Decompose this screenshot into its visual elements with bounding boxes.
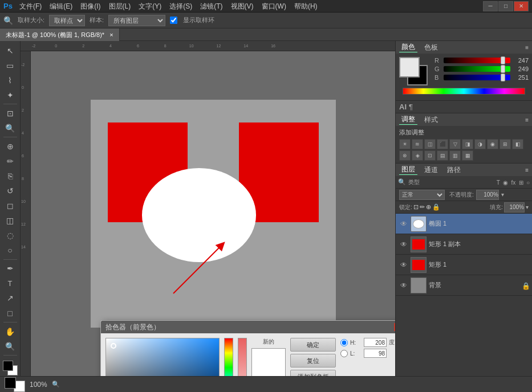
filter-icon-1[interactable]: T	[497, 179, 500, 186]
l-radio[interactable]	[340, 350, 348, 357]
menu-filter[interactable]: 滤镜(T)	[197, 0, 226, 13]
pen-tool[interactable]: ✒	[2, 262, 19, 276]
menu-help[interactable]: 帮助(H)	[291, 0, 321, 13]
sample-select[interactable]: 所有图层	[108, 15, 165, 26]
filter-icon-4[interactable]: ⊞	[519, 179, 523, 186]
hand-tool[interactable]: ✋	[2, 324, 19, 338]
layers-tab[interactable]: 图层	[399, 165, 417, 175]
status-fg[interactable]	[5, 377, 16, 389]
filter-icon-3[interactable]: fx	[511, 179, 515, 186]
b-slider[interactable]	[444, 75, 510, 80]
lock-transparent-icon[interactable]: ⊡	[413, 203, 419, 211]
lock-all-icon[interactable]: 🔒	[432, 203, 440, 211]
gradient-tool[interactable]: ◫	[2, 214, 19, 228]
h-input[interactable]	[364, 338, 387, 347]
reset-button[interactable]: 复位	[290, 354, 336, 368]
blur-tool[interactable]: ◌	[2, 228, 19, 243]
opacity-arrow[interactable]: ▾	[501, 191, 504, 198]
layer-eye-ellipse[interactable]: 👁	[399, 219, 408, 228]
clone-stamp-tool[interactable]: ⎘	[2, 169, 19, 183]
color-field[interactable]	[105, 338, 220, 376]
brush-tool[interactable]: ✏	[2, 154, 19, 168]
close-button[interactable]: ✕	[514, 1, 529, 11]
adjustments-tab[interactable]: 调整	[399, 115, 417, 125]
layer-item-rect-copy[interactable]: 👁 矩形 1 副本	[396, 234, 532, 255]
menu-layer[interactable]: 图层(L)	[105, 0, 135, 13]
h-radio[interactable]	[340, 339, 348, 346]
eraser-tool[interactable]: ◻	[2, 199, 19, 213]
filter-toggle[interactable]: ○	[526, 179, 530, 186]
menu-type[interactable]: 文字(Y)	[135, 0, 165, 13]
paths-tab[interactable]: 路径	[445, 165, 463, 175]
document-tab-close[interactable]: ×	[109, 31, 113, 38]
layers-panel-menu[interactable]: ≡	[525, 167, 529, 173]
styles-tab[interactable]: 样式	[422, 115, 440, 125]
menu-view[interactable]: 视图(V)	[228, 0, 257, 13]
fg-bg-color[interactable]	[2, 360, 19, 376]
history-brush-tool[interactable]: ↺	[2, 184, 19, 198]
lasso-tool[interactable]: ⌇	[2, 73, 19, 87]
adj-posterize[interactable]: ⊡	[424, 150, 436, 161]
path-selection-tool[interactable]: ↗	[2, 291, 19, 305]
adj-curves[interactable]: ◫	[424, 139, 436, 149]
layer-eye-background[interactable]: 👁	[399, 281, 408, 290]
layer-eye-rect-copy[interactable]: 👁	[399, 240, 408, 249]
adj-panel-menu[interactable]: ≡	[525, 117, 529, 123]
g-thumb[interactable]	[501, 65, 505, 73]
menu-image[interactable]: 图像(I)	[77, 0, 104, 13]
filter-icon-2[interactable]: ◉	[503, 179, 508, 186]
adj-brightness[interactable]: ☀	[399, 139, 411, 149]
fill-input[interactable]	[504, 202, 525, 213]
move-tool[interactable]: ↖	[2, 43, 19, 58]
adj-channel-mixer[interactable]: ◧	[512, 139, 523, 149]
r-slider[interactable]	[444, 58, 510, 63]
layer-item-background[interactable]: 👁 背景 🔒	[396, 275, 532, 296]
alpha-strip[interactable]	[238, 338, 247, 376]
adj-hue[interactable]: ◨	[462, 139, 473, 149]
magic-wand-tool[interactable]: ✦	[2, 88, 19, 102]
layer-eye-rect[interactable]: 👁	[399, 260, 408, 270]
sample-size-select[interactable]: 取样点	[49, 15, 85, 26]
minimize-button[interactable]: ─	[483, 1, 498, 11]
spot-healing-tool[interactable]: ⊕	[2, 139, 19, 153]
adj-selective-color[interactable]: ▦	[462, 150, 473, 161]
crop-tool[interactable]: ⊡	[2, 106, 19, 120]
color-tab[interactable]: 颜色	[399, 42, 417, 52]
adj-exposure[interactable]: ⬛	[437, 139, 448, 149]
hue-strip[interactable]	[224, 338, 233, 376]
add-to-swatches-button[interactable]: 添加到色板	[290, 370, 336, 376]
dodge-tool[interactable]: ○	[2, 243, 19, 258]
adj-color-balance[interactable]: ◑	[474, 139, 486, 149]
confirm-button[interactable]: 确定	[290, 338, 336, 352]
g-slider[interactable]	[444, 66, 510, 72]
eyedropper-tool[interactable]: 🔍	[2, 121, 19, 135]
document-tab[interactable]: 未标题-1 @ 100% (椭圆 1, RGB/8)* ×	[0, 28, 120, 41]
menu-edit[interactable]: 编辑(E)	[46, 0, 76, 13]
adj-levels[interactable]: ≋	[412, 139, 423, 149]
fg-swatch-main[interactable]	[399, 57, 420, 77]
zoom-tool[interactable]: 🔍	[2, 339, 19, 353]
lock-position-icon[interactable]: ⊕	[426, 203, 431, 211]
spectrum-bar[interactable]	[403, 88, 525, 95]
layer-item-ellipse[interactable]: 👁 椭圆 1	[396, 214, 532, 234]
fill-arrow[interactable]: ▾	[526, 204, 529, 210]
type-tool[interactable]: T	[2, 276, 19, 291]
show-ring-checkbox[interactable]	[170, 17, 177, 24]
menu-select[interactable]: 选择(S)	[166, 0, 196, 13]
shape-tool[interactable]: □	[2, 306, 19, 320]
dialog-close-button[interactable]: ✕	[394, 323, 395, 331]
color-panel-menu[interactable]: ≡	[525, 44, 529, 51]
adj-bw[interactable]: ◉	[487, 139, 498, 149]
lock-paint-icon[interactable]: ✏	[420, 203, 425, 211]
l-input[interactable]	[364, 349, 387, 358]
adj-gradient-map[interactable]: ▥	[449, 150, 461, 161]
menu-file[interactable]: 文件(F)	[16, 0, 45, 13]
adj-color-lookup[interactable]: ⊗	[399, 150, 411, 161]
adj-invert[interactable]: ◈	[412, 150, 423, 161]
adj-vibrance[interactable]: ▽	[449, 139, 461, 149]
channels-tab[interactable]: 通道	[422, 165, 440, 175]
adj-threshold[interactable]: ▤	[437, 150, 448, 161]
foreground-color[interactable]	[3, 361, 13, 371]
maximize-button[interactable]: □	[498, 1, 513, 11]
selection-tool[interactable]: ▭	[2, 58, 19, 72]
